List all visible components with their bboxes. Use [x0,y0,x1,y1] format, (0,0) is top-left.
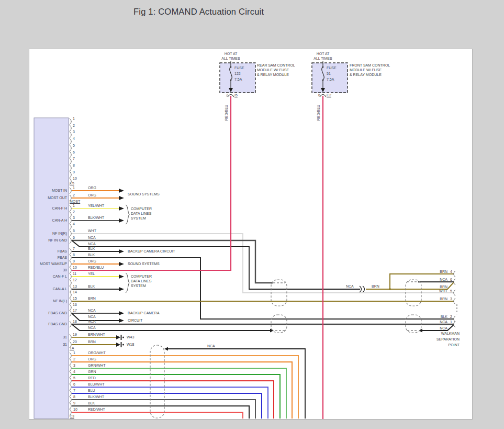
fuse-dot-icon [230,80,232,81]
fuse-box [312,63,348,93]
pin-arc [70,188,71,194]
pin-arc [70,165,71,171]
arrow-right-icon [119,196,124,200]
pin-arc [70,237,71,244]
brace-icon [126,205,129,224]
wire-blk-wht [72,400,255,419]
pin-arc [70,158,71,164]
fuse-box [220,63,255,93]
arrow-right-icon [119,249,124,254]
wire [422,325,454,331]
wiring-svg [0,0,504,429]
pin-arc [70,292,71,298]
pin-arc [70,353,71,359]
arrow-right-icon [119,318,124,323]
pin-arc [70,378,71,384]
pin-arc [70,321,71,327]
wire [168,349,305,419]
pin-arc [70,334,71,340]
pin-arc [454,279,455,285]
pin-arc [70,138,71,145]
pin-arc [70,273,71,280]
wire [390,282,454,289]
pin-arc [70,131,71,138]
pin-arc [70,178,71,184]
arrow-left-icon [164,347,168,351]
pin-arc [70,230,71,237]
pin-arc [70,212,71,218]
ground-arrow-icon [116,343,120,347]
ground-dot-icon [122,337,124,338]
arrow-right-icon [119,311,124,315]
left-connector-block [34,118,69,419]
pin-arc [70,365,71,371]
arrow-right-icon [119,262,124,266]
pin-arc [70,261,71,267]
pin-arc [70,286,71,292]
pin-arc [70,304,71,311]
arrow-right-icon [119,218,124,223]
pin-arc [70,359,71,365]
pin-arc [70,397,71,403]
pin-arc [70,195,71,201]
arrow-right-icon [119,274,124,279]
wire [72,258,454,319]
page: Fig 1: COMAND Actuation Circuit 12345678… [0,0,504,429]
pin-arc [454,271,455,277]
brace-icon [126,273,129,293]
pin-arc [70,267,71,273]
wire [72,234,454,293]
pin-arc [70,152,71,158]
pin-arc [70,298,71,304]
pin-arc [70,172,71,178]
splice-icon [363,286,365,292]
fuse-dot-icon [322,80,324,81]
pin-arc [70,224,71,230]
wire-org [72,362,292,419]
pin-arc [70,342,71,348]
wire-blu-wht [72,387,268,419]
pin-arc [70,125,71,131]
arrow-right-icon [119,287,124,291]
pin-arc [70,390,71,397]
ground-dot-icon [122,344,124,346]
wire [72,240,360,289]
pin-arc [70,371,71,378]
wire [72,324,270,331]
arrow-right-icon [119,189,124,193]
pin-arc [70,384,71,390]
pin-arc [70,217,71,224]
pin-arc [70,409,71,415]
pin-arc [70,403,71,409]
pin-arc [454,298,455,304]
arrow-left-icon [419,329,422,333]
pin-arc [70,145,71,151]
pin-arc [454,290,455,296]
pin-arc [70,205,71,212]
wire [72,313,119,321]
pin-arc [70,310,71,316]
pin-arc [70,280,71,286]
arrow-right-icon [119,206,124,211]
pin-arc [70,248,71,255]
wire-red-blu [72,96,231,270]
pin-arc [70,255,71,261]
wire-red-wht [72,412,243,419]
ground-arrow-icon [116,335,120,339]
pin-arc [70,118,71,125]
